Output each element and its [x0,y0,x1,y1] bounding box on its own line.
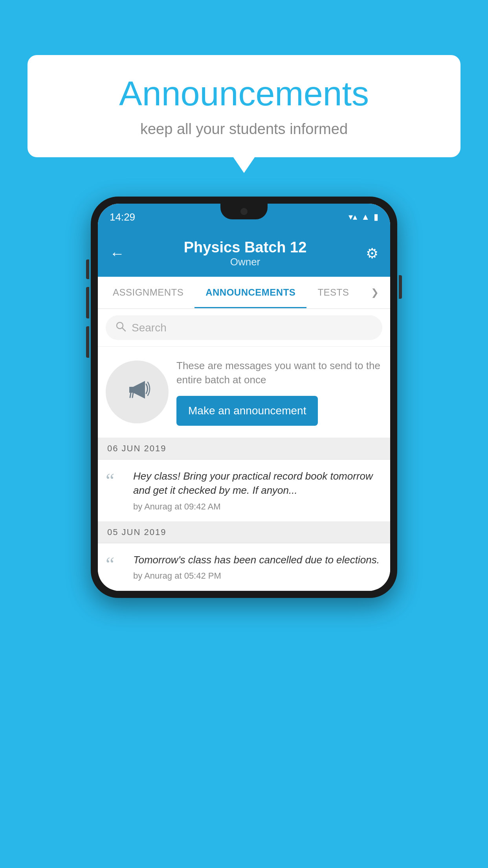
search-bar[interactable]: Search [106,315,382,340]
promo-section: These are messages you want to send to t… [98,347,390,438]
bubble-subtitle: keep all your students informed [51,121,437,138]
tab-assignments[interactable]: ASSIGNMENTS [102,277,194,308]
svg-rect-2 [129,387,133,393]
speech-bubble-section: Announcements keep all your students inf… [28,55,460,157]
app-header: ← Physics Batch 12 Owner ⚙ [98,230,390,277]
announcement-content-2: Tomorrow's class has been cancelled due … [133,553,382,581]
tab-more[interactable]: ❯ [360,277,390,308]
user-role: Owner [125,256,366,268]
svg-line-1 [122,328,125,331]
announcement-content-1: Hey class! Bring your practical record b… [133,469,382,512]
svg-line-4 [132,393,133,397]
bubble-title: Announcements [51,75,437,113]
phone-mockup: 14:29 ▾▴ ▲ ▮ ← Physics Batch 12 Owner ⚙ [91,197,397,598]
status-time: 14:29 [110,211,135,223]
promo-description: These are messages you want to send to t… [176,359,382,387]
signal-icon: ▲ [361,212,370,222]
announcement-text-2: Tomorrow's class has been cancelled due … [133,553,382,567]
status-icons: ▾▴ ▲ ▮ [349,212,378,222]
phone-outer-frame: 14:29 ▾▴ ▲ ▮ ← Physics Batch 12 Owner ⚙ [91,197,397,598]
megaphone-icon [121,373,153,411]
tabs-bar: ASSIGNMENTS ANNOUNCEMENTS TESTS ❯ [98,277,390,309]
search-container: Search [98,309,390,347]
announcement-text-1: Hey class! Bring your practical record b… [133,469,382,498]
megaphone-circle [106,360,169,423]
volume-silent-button [86,259,89,279]
wifi-icon: ▾▴ [349,212,357,222]
speech-bubble-card: Announcements keep all your students inf… [28,55,460,157]
search-placeholder-text: Search [132,322,167,334]
settings-icon[interactable]: ⚙ [366,245,378,262]
announcement-item-2[interactable]: “ Tomorrow's class has been cancelled du… [98,543,390,591]
header-center: Physics Batch 12 Owner [125,239,366,268]
notch-cutout [220,204,268,219]
volume-up-button [86,287,89,318]
battery-icon: ▮ [374,212,378,222]
volume-down-button [86,326,89,358]
status-bar: 14:29 ▾▴ ▲ ▮ [98,204,390,230]
announcement-item-1[interactable]: “ Hey class! Bring your practical record… [98,460,390,522]
announcement-meta-2: by Anurag at 05:42 PM [133,571,382,581]
back-button[interactable]: ← [110,245,125,262]
phone-screen: 14:29 ▾▴ ▲ ▮ ← Physics Batch 12 Owner ⚙ [98,204,390,591]
announcement-meta-1: by Anurag at 09:42 AM [133,502,382,512]
date-separator-1: 06 JUN 2019 [98,438,390,460]
promo-right-content: These are messages you want to send to t… [176,359,382,426]
quote-icon-1: “ [106,471,125,490]
tab-announcements[interactable]: ANNOUNCEMENTS [194,277,306,308]
camera-dot [240,208,248,215]
make-announcement-button[interactable]: Make an announcement [176,396,318,426]
batch-title: Physics Batch 12 [125,239,366,256]
power-button [399,275,402,299]
tab-tests[interactable]: TESTS [306,277,360,308]
search-icon [115,321,126,335]
date-separator-2: 05 JUN 2019 [98,522,390,543]
svg-line-3 [130,393,131,397]
quote-icon-2: “ [106,554,125,574]
